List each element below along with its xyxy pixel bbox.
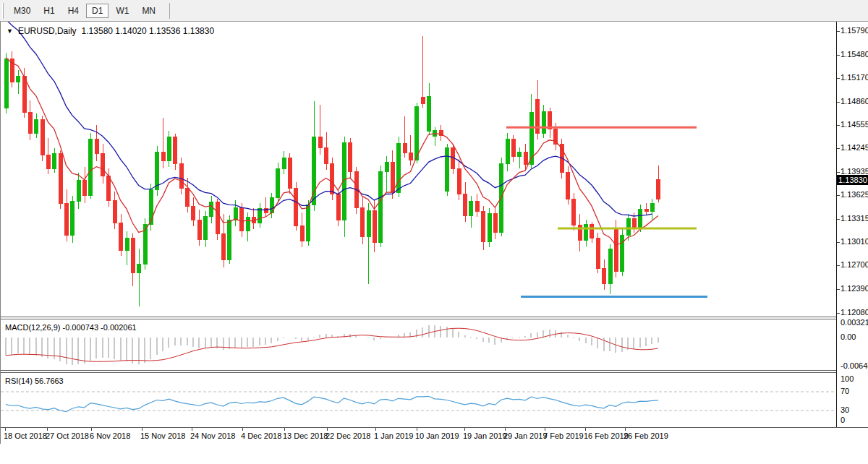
date-tick [585,428,586,431]
rsi-axis-label: 100 [841,374,854,383]
price-chart-plot[interactable] [1,22,836,317]
date-tick [464,428,465,431]
date-axis-label: 7 Feb 2019 [543,431,584,440]
axis-tick [837,242,840,243]
axis-tick [837,313,840,314]
price-axis-label: 1.14555 [841,120,868,129]
axis-tick [837,102,840,103]
axis-tick [837,31,840,32]
axis-tick [837,55,840,56]
panel-splitter-macd[interactable] [1,317,868,319]
toolbar-separator [169,3,170,19]
date-tick [142,428,142,431]
price-axis-label: 1.13625 [841,190,868,199]
axis-tick [837,195,840,196]
axis-tick [837,265,840,266]
date-tick [625,428,626,431]
price-axis-label: 1.14245 [841,143,868,152]
date-axis-label: 4 Dec 2018 [241,431,281,440]
date-axis-label: 26 Feb 2019 [624,431,668,440]
axis-tick [837,125,840,126]
date-tick [417,428,417,431]
date-axis-label: 16 Feb 2019 [584,431,629,440]
price-axis-label: 1.15480 [841,50,868,59]
chart-symbol-period: EURUSD,Daily [18,26,77,36]
date-tick [91,428,92,431]
price-axis-label: 1.15790 [841,26,868,35]
timeframe-button-w1[interactable]: W1 [110,4,135,18]
price-axis-label: 1.12390 [841,284,868,293]
macd-indicator-label: MACD(12,26,9) -0.000743 -0.002061 [5,323,137,332]
price-axis-label: 1.14860 [841,97,868,106]
candlestick-series [4,36,660,306]
symbol-dropdown-icon[interactable]: ▼ [7,27,13,35]
price-axis-label: 1.15170 [841,73,868,82]
date-tick [545,428,545,431]
chart-area: ▼ EURUSD,Daily 1.13580 1.14020 1.13536 1… [0,22,868,444]
axis-tick [837,219,840,220]
axis-tick [837,78,840,79]
price-axis-label: 1.12700 [841,260,868,269]
timeframe-toolbar: M30H1H4D1W1MN [0,0,868,22]
date-tick [47,428,48,431]
ma-slow-line[interactable] [6,22,652,216]
timeframe-button-mn[interactable]: MN [136,4,161,18]
date-axis-label: 1 Jan 2019 [374,431,413,440]
date-axis-label: 22 Dec 2018 [326,431,370,440]
rsi-axis-label: 0 [841,416,845,424]
date-tick [242,428,243,431]
price-axis-label: 1.13315 [841,214,868,223]
rsi-axis-label: 30 [841,405,849,414]
trading-platform-window: M30H1H4D1W1MN ▼ EURUSD,Daily 1.13580 1.1… [0,0,868,464]
date-axis-label: 6 Nov 2018 [90,431,130,440]
date-axis-label: 24 Nov 2018 [190,431,235,440]
rsi-line[interactable] [6,396,658,411]
macd-signal-line[interactable] [6,328,658,361]
rsi-indicator-label: RSI(14) 56.7663 [5,377,64,385]
date-axis-label: 13 Dec 2018 [283,431,328,440]
timeframe-button-h4[interactable]: H4 [62,4,85,18]
date-axis-label: 19 Jan 2019 [463,431,507,440]
date-tick [327,428,328,431]
axis-tick [837,148,840,149]
date-tick [505,428,506,431]
current-price-badge: 1.13830 [837,175,868,185]
macd-current-values: -0.000743 -0.002061 [62,323,136,332]
date-axis-label: 10 Jan 2019 [415,431,459,440]
timeframe-button-m30[interactable]: M30 [8,4,36,18]
macd-axis-label: 0.00 [841,332,856,341]
axis-tick [837,289,840,290]
price-axis[interactable]: 1.157901.154801.151701.148601.145551.142… [837,22,868,428]
date-axis-label: 18 Oct 2018 [4,431,47,440]
date-tick [375,428,376,431]
chart-ohlc-values: 1.13580 1.14020 1.13536 1.13830 [82,26,215,36]
rsi-axis-label: 70 [841,387,849,395]
price-axis-label: 1.12080 [841,308,868,317]
toolbar-grip[interactable] [2,3,4,19]
date-axis-label: 27 Oct 2018 [46,431,89,440]
date-tick [192,428,192,431]
axis-tick [837,172,840,173]
timeframe-button-d1[interactable]: D1 [86,4,109,18]
date-axis-label: 29 Jan 2019 [503,431,548,440]
price-axis-label: 1.13010 [841,237,868,246]
date-tick [284,428,285,431]
timeframe-button-h1[interactable]: H1 [38,4,60,18]
date-tick [5,428,6,431]
macd-axis-label: 0.003216 [841,318,868,327]
rsi-panel-plot[interactable] [1,374,836,428]
panel-splitter-rsi[interactable] [1,370,868,373]
chart-header: ▼ EURUSD,Daily 1.13580 1.14020 1.13536 1… [7,26,214,36]
date-axis[interactable]: 18 Oct 201827 Oct 20186 Nov 201815 Nov 2… [1,428,868,444]
rsi-current-value: 56.7663 [35,377,64,385]
date-axis-label: 15 Nov 2018 [140,431,185,440]
macd-axis-label: -0.006485 [841,361,868,370]
